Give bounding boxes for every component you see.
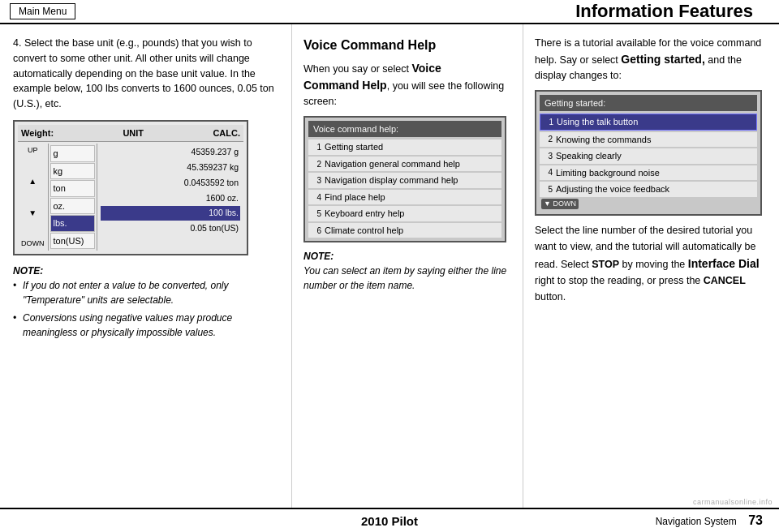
step-text: 4. Select the base unit (e.g., pounds) t…	[13, 36, 278, 112]
middle-column: Voice Command Help When you say or selec…	[292, 24, 523, 508]
val-oz: 1600 oz.	[101, 191, 241, 206]
vc-items-list: 1 Getting started 2 Navigation general c…	[308, 139, 501, 238]
main-menu-button[interactable]: Main Menu	[10, 3, 75, 19]
gs-item-1-label: Using the talk button	[557, 115, 638, 129]
right-column: There is a tutorial available for the vo…	[523, 24, 779, 508]
vc-item-5-num: 5	[312, 208, 321, 220]
gs-item-4[interactable]: 4 Limiting background noise	[540, 165, 757, 181]
unit-oz[interactable]: oz.	[50, 198, 95, 215]
unit-kg[interactable]: kg	[50, 163, 95, 180]
weight-box-calc-label: CALC.	[213, 127, 240, 140]
vc-item-3-num: 3	[312, 174, 321, 187]
right-body-text4: button.	[535, 291, 566, 302]
up-arrow[interactable]: ▲	[28, 175, 37, 187]
down-label: DOWN	[21, 238, 45, 250]
right-body-text: Select the line number of the desired tu…	[535, 222, 768, 305]
page-title: Information Features	[75, 1, 769, 22]
weight-box-header: Weight: UNIT CALC.	[18, 125, 243, 143]
mid-intro-bold2: Command Help	[303, 79, 387, 92]
val-kg: 45.359237 kg	[101, 161, 241, 175]
unit-g[interactable]: g	[50, 145, 95, 162]
val-ton-us: 0.05 ton(US)	[101, 221, 241, 236]
right-body-bold3: CANCEL	[704, 275, 746, 286]
left-column: 4. Select the base unit (e.g., pounds) t…	[0, 24, 292, 508]
gs-items-list: 1 Using the talk button 2 Knowing the co…	[540, 114, 757, 197]
vc-item-2[interactable]: 2 Navigation general command help	[308, 157, 501, 172]
weight-values-list: 45359.237 g 45.359237 kg 0.0453592 ton 1…	[97, 144, 244, 251]
vc-item-3-label: Navigation display command help	[325, 174, 458, 187]
vc-item-2-label: Navigation general command help	[325, 157, 460, 171]
mid-intro-bold1: Voice	[411, 62, 441, 75]
left-note-item-1: If you do not enter a value to be conver…	[13, 278, 278, 307]
main-content: 4. Select the base unit (e.g., pounds) t…	[0, 24, 779, 508]
gs-screen-controls: ▼ DOWN	[540, 197, 757, 212]
gs-item-1-num: 1	[544, 116, 553, 128]
mid-section-title: Voice Command Help	[303, 36, 511, 55]
gs-screen-title: Getting started:	[540, 95, 757, 112]
nav-system-text: Navigation System	[656, 516, 737, 527]
up-label: UP	[28, 145, 38, 157]
vc-item-5-label: Keyboard entry help	[325, 207, 404, 221]
mid-intro: When you say or select Voice Command Hel…	[303, 60, 511, 109]
val-lbs: 100 lbs.	[101, 206, 241, 221]
weight-box-unit-label: UNIT	[123, 127, 144, 140]
right-body-text3: right to stop the reading, or press the	[535, 275, 704, 286]
gs-item-5-num: 5	[543, 183, 553, 195]
step-body-text: Select the base unit (e.g., pounds) that…	[13, 37, 274, 109]
mid-note-title: NOTE:	[303, 249, 511, 264]
vc-item-3[interactable]: 3 Navigation display command help	[308, 173, 501, 188]
val-g: 45359.237 g	[101, 145, 241, 160]
gs-item-2-label: Knowing the commands	[556, 133, 651, 147]
right-body-bold2: Interface Dial	[688, 257, 760, 270]
weight-units-list: g kg ton oz. lbs. ton(US)	[49, 144, 97, 251]
right-body-bold1: STOP	[592, 259, 619, 270]
footer: 2010 Pilot Navigation System 73	[0, 508, 779, 532]
vc-item-6-num: 6	[312, 225, 321, 237]
down-arrow[interactable]: ▼	[28, 207, 37, 219]
left-note-item-2: Conversions using negative values may pr…	[13, 311, 278, 340]
weight-box-rows: UP ▲ ▼ DOWN g kg ton oz. lbs. ton(US) 45…	[18, 144, 243, 251]
vc-item-4[interactable]: 4 Find place help	[308, 190, 501, 205]
right-intro: There is a tutorial available for the vo…	[535, 36, 768, 84]
left-note-section: NOTE: If you do not enter a value to be …	[13, 264, 278, 340]
gs-item-4-num: 4	[543, 166, 553, 178]
vc-item-6-label: Climate control help	[325, 224, 403, 238]
gs-item-3[interactable]: 3 Speaking clearly	[540, 148, 757, 164]
vc-item-1[interactable]: 1 Getting started	[308, 139, 501, 155]
vc-item-2-num: 2	[312, 158, 321, 170]
vc-item-1-label: Getting started	[325, 140, 383, 154]
val-ton: 0.0453592 ton	[101, 176, 241, 191]
weight-box-title: Weight:	[21, 127, 54, 140]
getting-started-screen: Getting started: 1 Using the talk button…	[535, 90, 762, 217]
watermark: carmanualsonline.info	[693, 498, 773, 506]
voice-command-screen: Voice command help: 1 Getting started 2 …	[303, 116, 506, 243]
gs-item-4-label: Limiting background noise	[556, 166, 660, 180]
gs-down-button[interactable]: ▼ DOWN	[541, 199, 579, 210]
unit-ton-us[interactable]: ton(US)	[50, 233, 95, 250]
right-body-text2: by moving the	[619, 259, 688, 270]
top-bar: Main Menu Information Features	[0, 0, 779, 24]
vc-item-5[interactable]: 5 Keyboard entry help	[308, 206, 501, 221]
vc-item-6[interactable]: 6 Climate control help	[308, 223, 501, 238]
unit-lbs[interactable]: lbs.	[50, 215, 95, 232]
mid-note-body: You can select an item by saying either …	[303, 264, 511, 293]
weight-arrows: UP ▲ ▼ DOWN	[18, 144, 49, 251]
left-note-list: If you do not enter a value to be conver…	[13, 278, 278, 340]
unit-ton[interactable]: ton	[50, 180, 95, 197]
footer-right: Navigation System 73	[656, 513, 763, 528]
mid-intro-prefix: When you say or select	[303, 63, 411, 75]
gs-item-2-num: 2	[543, 133, 553, 145]
gs-item-3-label: Speaking clearly	[556, 149, 622, 163]
gs-item-3-num: 3	[543, 150, 553, 162]
step-number: 4.	[13, 37, 21, 49]
gs-item-1[interactable]: 1 Using the talk button	[540, 114, 757, 131]
gs-item-2[interactable]: 2 Knowing the commands	[540, 132, 757, 148]
right-intro-bold: Getting started,	[621, 53, 704, 66]
vc-item-4-num: 4	[312, 191, 321, 204]
gs-item-5[interactable]: 5 Adjusting the voice feedback	[540, 182, 757, 197]
footer-center-text: 2010 Pilot	[361, 514, 418, 528]
vc-screen-title: Voice command help:	[308, 121, 501, 138]
mid-note-section: NOTE: You can select an item by saying e…	[303, 249, 511, 293]
page-number: 73	[748, 513, 763, 527]
vc-item-1-num: 1	[312, 141, 321, 153]
